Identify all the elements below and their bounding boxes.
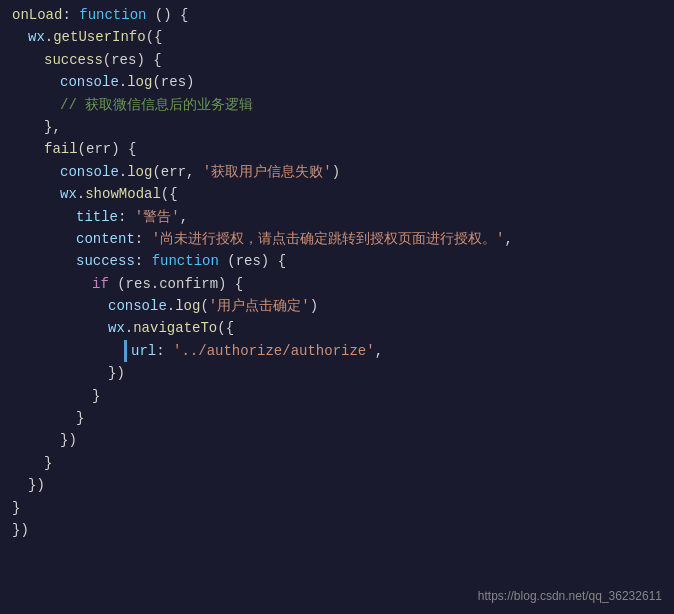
table-row: title: '警告', xyxy=(0,206,674,228)
code-token: ({ xyxy=(161,183,178,205)
code-token: : xyxy=(118,206,135,228)
table-row: console.log(err, '获取用户信息失败') xyxy=(0,161,674,183)
table-row: // 获取微信信息后的业务逻辑 xyxy=(0,94,674,116)
code-token: if xyxy=(92,273,109,295)
code-token: ) xyxy=(310,295,318,317)
code-token: . xyxy=(119,161,127,183)
code-token: ) xyxy=(332,161,340,183)
code-token: log xyxy=(127,71,152,93)
code-token: '../authorize/authorize' xyxy=(173,340,375,362)
code-token: } xyxy=(92,385,100,407)
table-row: wx.showModal({ xyxy=(0,183,674,205)
code-token: success xyxy=(76,250,135,272)
code-token: function xyxy=(79,4,146,26)
code-token: , xyxy=(375,340,383,362)
code-token: : xyxy=(62,4,79,26)
code-token: url xyxy=(131,340,156,362)
code-token: '获取用户信息失败' xyxy=(203,161,332,183)
code-token: }) xyxy=(28,474,45,496)
table-row: success(res) { xyxy=(0,49,674,71)
table-row: }) xyxy=(0,519,674,541)
code-token: , xyxy=(504,228,512,250)
code-token: . xyxy=(77,183,85,205)
table-row: }) xyxy=(0,429,674,451)
table-row: wx.navigateTo({ xyxy=(0,317,674,339)
code-token: ({ xyxy=(146,26,163,48)
code-token: (res) xyxy=(152,71,194,93)
code-token: }) xyxy=(60,429,77,451)
code-token: , xyxy=(180,206,188,228)
code-token: : xyxy=(135,250,152,272)
code-token: function xyxy=(152,250,219,272)
code-token: navigateTo xyxy=(133,317,217,339)
code-lines: onLoad: function () {wx.getUserInfo({suc… xyxy=(0,4,674,541)
table-row: }) xyxy=(0,362,674,384)
table-row: console.log('用户点击确定') xyxy=(0,295,674,317)
code-token: onLoad xyxy=(12,4,62,26)
table-row: url: '../authorize/authorize', xyxy=(0,340,674,362)
code-token: wx xyxy=(108,317,125,339)
code-token: console xyxy=(108,295,167,317)
table-row: } xyxy=(0,407,674,429)
code-token: console xyxy=(60,71,119,93)
code-token: getUserInfo xyxy=(53,26,145,48)
code-token: . xyxy=(167,295,175,317)
code-token: . xyxy=(119,71,127,93)
code-token: log xyxy=(127,161,152,183)
table-row: success: function (res) { xyxy=(0,250,674,272)
code-token: '警告' xyxy=(135,206,180,228)
code-token: title xyxy=(76,206,118,228)
code-token: (err) { xyxy=(78,138,137,160)
code-token: showModal xyxy=(85,183,161,205)
code-token: fail xyxy=(44,138,78,160)
code-token: } xyxy=(12,497,20,519)
table-row: } xyxy=(0,452,674,474)
table-row: if (res.confirm) { xyxy=(0,273,674,295)
code-token: (res.confirm) { xyxy=(109,273,243,295)
table-row: } xyxy=(0,497,674,519)
code-token: '用户点击确定' xyxy=(209,295,310,317)
code-token: log xyxy=(175,295,200,317)
code-token: . xyxy=(45,26,53,48)
code-token: wx xyxy=(60,183,77,205)
table-row: onLoad: function () { xyxy=(0,4,674,26)
table-row: }) xyxy=(0,474,674,496)
table-row: } xyxy=(0,385,674,407)
code-token: . xyxy=(125,317,133,339)
code-token: (res) { xyxy=(219,250,286,272)
code-token: } xyxy=(76,407,84,429)
code-token: console xyxy=(60,161,119,183)
table-row: fail(err) { xyxy=(0,138,674,160)
code-token: : xyxy=(156,340,173,362)
code-token: (err, xyxy=(152,161,202,183)
code-token: // 获取微信信息后的业务逻辑 xyxy=(60,94,253,116)
code-token: }) xyxy=(108,362,125,384)
table-row: console.log(res) xyxy=(0,71,674,93)
table-row: content: '尚未进行授权，请点击确定跳转到授权页面进行授权。', xyxy=(0,228,674,250)
code-token: : xyxy=(135,228,152,250)
code-token: } xyxy=(44,452,52,474)
code-token: ( xyxy=(200,295,208,317)
code-editor: onLoad: function () {wx.getUserInfo({suc… xyxy=(0,0,674,614)
watermark: https://blog.csdn.net/qq_36232611 xyxy=(478,587,662,606)
indent-bar xyxy=(124,340,127,362)
table-row: }, xyxy=(0,116,674,138)
table-row: wx.getUserInfo({ xyxy=(0,26,674,48)
code-token: ({ xyxy=(217,317,234,339)
code-token: '尚未进行授权，请点击确定跳转到授权页面进行授权。' xyxy=(152,228,505,250)
code-token: }, xyxy=(44,116,61,138)
code-token: () { xyxy=(146,4,188,26)
code-token: (res) { xyxy=(103,49,162,71)
code-token: wx xyxy=(28,26,45,48)
code-token: success xyxy=(44,49,103,71)
code-token: }) xyxy=(12,519,29,541)
code-token: content xyxy=(76,228,135,250)
